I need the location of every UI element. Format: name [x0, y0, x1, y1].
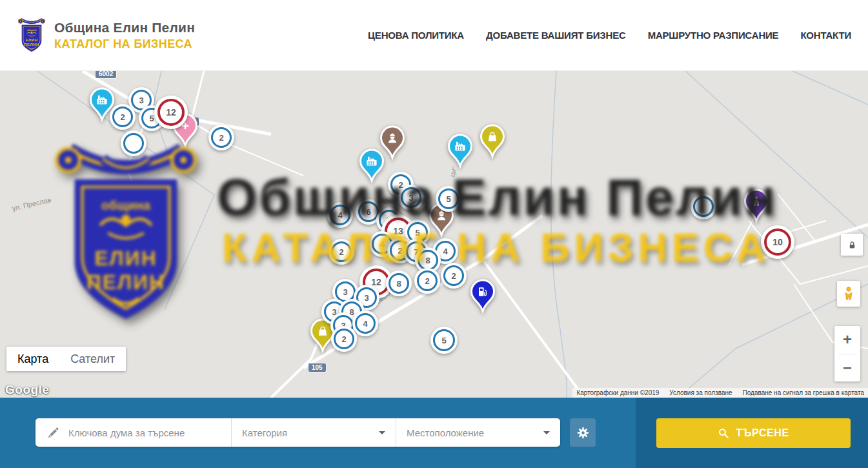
factory-pin-marker[interactable]	[446, 134, 474, 168]
cluster-count: 12	[157, 99, 185, 126]
church-pin-marker[interactable]	[742, 188, 771, 223]
keyword-search-input[interactable]	[67, 427, 222, 439]
search-submit-button[interactable]: ТЪРСЕНЕ	[656, 418, 851, 448]
site-title: Община Елин Пелин	[54, 20, 195, 36]
chevron-down-icon	[543, 431, 550, 434]
map-type-map-button[interactable]: Карта	[6, 347, 59, 371]
cluster-marker[interactable]: 10	[761, 225, 794, 259]
lock-icon	[847, 240, 857, 250]
chevron-down-icon	[379, 431, 385, 434]
nav-item-route-schedule[interactable]: МАРШРУТНО РАЗПИСАНИЕ	[648, 30, 779, 41]
factory-pin-marker[interactable]	[358, 148, 386, 183]
category-select-value: Категория	[242, 427, 287, 438]
nav-item-contacts[interactable]: КОНТАКТИ	[800, 30, 851, 41]
brand-text: Община Елин Пелин КАТАЛОГ НА БИЗНЕСА	[54, 20, 195, 51]
google-logo[interactable]: Google	[5, 383, 49, 397]
category-select[interactable]: Категория	[231, 418, 396, 447]
cluster-marker[interactable]	[121, 130, 146, 156]
lock-control-button[interactable]	[841, 234, 863, 256]
cluster-marker[interactable]: 5	[430, 327, 458, 354]
attribution-links: Условия за ползванеПодаване на сигнал за…	[669, 389, 864, 396]
pegman-icon	[841, 285, 856, 303]
map-type-satellite-button[interactable]: Сателит	[59, 347, 126, 371]
location-select-value: Местоположение	[407, 427, 484, 438]
cluster-count: 2	[112, 107, 133, 127]
map-copyright: Картографски данни ©2019	[576, 389, 659, 396]
search-icon	[718, 427, 729, 439]
cluster-marker[interactable]: 3	[398, 185, 424, 210]
map-attribution: Картографски данни ©2019 Условия за полз…	[572, 388, 868, 398]
zoom-control: + −	[834, 326, 860, 382]
search-bar: Категория Местоположение	[0, 398, 868, 468]
cluster-count: 2	[443, 265, 464, 286]
municipality-crest-logo	[17, 17, 46, 54]
map-canvas[interactable]: ул. Преславбул. „Новоселци“60023105 3251…	[0, 71, 868, 398]
cluster-count: 5	[438, 188, 459, 209]
site-subtitle: КАТАЛОГ НА БИЗНЕСА	[54, 37, 195, 51]
cluster-count: 10	[764, 229, 791, 256]
search-bar-right: ТЪРСЕНЕ	[636, 398, 868, 468]
nav-item-pricing[interactable]: ЦЕНОВА ПОЛИТИКА	[368, 30, 464, 41]
attribution-link[interactable]: Условия за ползване	[669, 389, 732, 396]
attribution-link[interactable]: Подаване на сигнал за грешка в картата	[743, 389, 864, 396]
cluster-marker[interactable]: 4	[352, 310, 378, 336]
cluster-marker[interactable]: 2	[414, 268, 440, 294]
map-type-control: Карта Сателит	[6, 347, 126, 371]
cluster-count: 3	[401, 187, 421, 208]
cluster-marker[interactable]: 5	[436, 186, 461, 212]
search-group: Категория Местоположение	[35, 418, 560, 447]
search-bar-left: Категория Местоположение	[0, 398, 636, 468]
cluster-count	[693, 196, 714, 217]
cluster-marker[interactable]: 2	[208, 125, 234, 150]
cluster-count: 2	[334, 329, 354, 349]
cluster-marker[interactable]: 8	[386, 270, 412, 296]
pegman-button[interactable]	[837, 281, 860, 307]
cluster-count: 2	[417, 270, 438, 291]
advanced-search-button[interactable]	[570, 418, 596, 447]
zoom-in-button[interactable]: +	[834, 326, 860, 354]
cluster-count: 5	[433, 329, 455, 351]
header: Община Елин Пелин КАТАЛОГ НА БИЗНЕСА ЦЕН…	[0, 0, 868, 71]
cluster-marker[interactable]	[691, 194, 716, 219]
cluster-marker[interactable]: 2	[331, 326, 357, 352]
cluster-count: 4	[355, 313, 376, 334]
nav-item-add-business[interactable]: ДОБАВЕТЕ ВАШИЯТ БИЗНЕС	[486, 30, 626, 41]
site-logo[interactable]: Община Елин Пелин КАТАЛОГ НА БИЗНЕСА	[17, 17, 195, 54]
cluster-marker[interactable]: 2	[328, 239, 354, 265]
main-nav: ЦЕНОВА ПОЛИТИКАДОБАВЕТЕ ВАШИЯТ БИЗНЕСМАР…	[368, 30, 851, 41]
road-badge: 6002	[96, 71, 116, 78]
cluster-marker[interactable]: 4	[327, 202, 353, 228]
search-submit-label: ТЪРСЕНЕ	[736, 427, 789, 439]
cluster-count	[123, 133, 144, 154]
page: Община Елин Пелин КАТАЛОГ НА БИЗНЕСА ЦЕН…	[0, 0, 868, 468]
cluster-count: 4	[330, 205, 350, 225]
cluster-marker[interactable]: 12	[154, 96, 188, 129]
pencil-icon	[47, 427, 59, 439]
cluster-count: 2	[331, 241, 352, 262]
zoom-out-button[interactable]: −	[834, 354, 860, 382]
cluster-marker[interactable]: 2	[441, 263, 467, 289]
fuel-pin-marker[interactable]	[469, 279, 497, 314]
cluster-count: 8	[389, 273, 409, 294]
bag-pin-marker[interactable]	[478, 124, 507, 159]
cluster-marker[interactable]: 2	[110, 104, 136, 130]
cluster-count: 2	[211, 127, 232, 148]
road-badge: 105	[308, 363, 326, 372]
keyword-field-wrap	[35, 418, 231, 447]
gear-icon	[576, 426, 590, 440]
location-select[interactable]: Местоположение	[396, 418, 560, 447]
